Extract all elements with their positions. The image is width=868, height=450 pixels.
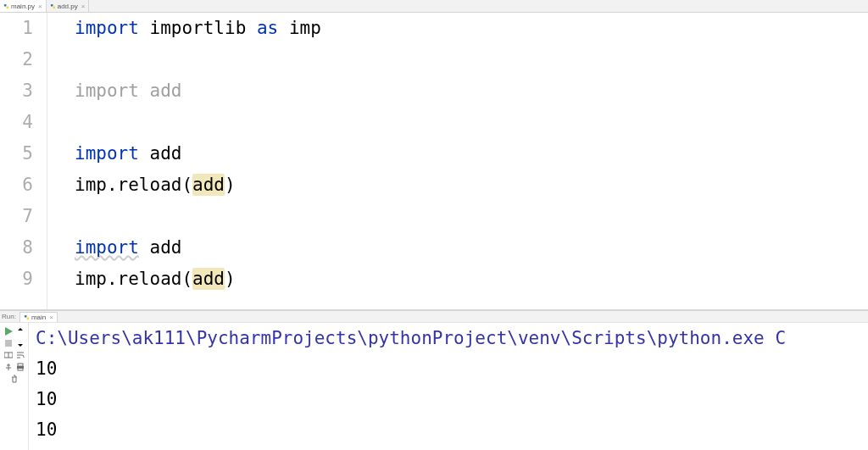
svg-rect-10 (18, 364, 23, 366)
code-token: imp.reload( (75, 269, 192, 289)
svg-marker-6 (5, 327, 13, 336)
line-number: 4 (0, 107, 33, 138)
code-line[interactable] (75, 201, 868, 232)
code-token: ) (225, 175, 236, 195)
line-number: 3 (0, 75, 33, 107)
run-tab-bar: Run: main × (0, 311, 868, 323)
console-text: 10 (36, 419, 57, 440)
code-editor[interactable]: 123456789 import importlib as impimport … (0, 13, 868, 309)
arrow-up-icon[interactable] (15, 326, 25, 336)
code-token (246, 18, 257, 38)
code-line[interactable] (75, 44, 868, 75)
line-number: 6 (0, 169, 33, 201)
code-token: ) (225, 269, 236, 289)
soft-wrap-icon[interactable] (15, 350, 25, 360)
code-token: import (75, 143, 139, 164)
run-label: Run: (2, 313, 16, 320)
stop-button[interactable] (3, 338, 14, 348)
code-line[interactable]: import importlib as imp (75, 13, 868, 44)
console-text: 10 (36, 389, 57, 409)
run-body: C:\Users\ak111\PycharmProjects\pythonPro… (0, 323, 868, 450)
code-line[interactable]: imp.reload(add) (75, 264, 868, 295)
console-text: 10 (36, 358, 57, 379)
line-number: 2 (0, 44, 33, 75)
code-token (139, 143, 150, 164)
code-area[interactable]: import importlib as impimport addimport … (47, 13, 868, 309)
code-token: add (192, 268, 225, 290)
code-token: imp.reload( (75, 175, 192, 195)
tab-add-py[interactable]: add.py × (47, 0, 90, 12)
close-icon[interactable]: × (81, 3, 86, 10)
run-tool-window: Run: main × C:\Users\ak111\PycharmProjec (0, 309, 868, 450)
code-token: add (192, 174, 225, 196)
line-number: 7 (0, 201, 33, 232)
editor-tab-bar: main.py × add.py × (0, 0, 868, 13)
code-token: as (257, 18, 278, 38)
code-token: imp (289, 18, 321, 38)
python-file-icon (3, 3, 9, 9)
svg-rect-12 (18, 368, 23, 370)
code-token: import (75, 81, 139, 101)
console-line: C:\Users\ak111\PycharmProjects\pythonPro… (36, 323, 868, 353)
tab-main-py[interactable]: main.py × (0, 0, 47, 12)
code-line[interactable]: import add (75, 232, 868, 264)
console-line: 10 (36, 353, 868, 384)
code-token (139, 237, 150, 258)
svg-rect-7 (5, 340, 12, 347)
line-number: 5 (0, 138, 33, 169)
rerun-button[interactable] (3, 326, 14, 336)
line-number-gutter: 123456789 (0, 13, 47, 309)
code-token (278, 18, 289, 38)
console-line: 10 (36, 414, 868, 445)
svg-rect-4 (25, 314, 27, 317)
code-token: importlib (150, 18, 247, 38)
svg-rect-5 (26, 317, 29, 319)
run-config-tab[interactable]: main × (19, 312, 58, 322)
console-text: C:\Users\ak111\PycharmProjects\pythonPro… (36, 328, 765, 348)
code-token: add (150, 237, 182, 258)
svg-rect-2 (51, 3, 53, 6)
close-icon[interactable]: × (38, 3, 42, 10)
code-token: import (75, 237, 139, 258)
print-icon[interactable] (15, 362, 25, 372)
layout-icon[interactable] (3, 350, 14, 360)
code-line[interactable]: imp.reload(add) (75, 169, 868, 201)
python-file-icon (50, 3, 56, 9)
pin-icon[interactable] (3, 362, 14, 372)
trash-icon[interactable] (9, 374, 19, 384)
code-token: add (150, 143, 182, 164)
code-token: import (75, 18, 139, 38)
close-icon[interactable]: × (49, 314, 53, 321)
console-output[interactable]: C:\Users\ak111\PycharmProjects\pythonPro… (29, 323, 868, 450)
code-token (139, 81, 150, 101)
code-line[interactable]: import add (75, 75, 868, 107)
svg-rect-3 (53, 6, 55, 8)
console-line: 10 (36, 384, 868, 414)
line-number: 8 (0, 232, 33, 264)
code-line[interactable] (75, 107, 868, 138)
svg-rect-1 (7, 6, 9, 8)
code-line[interactable]: import add (75, 138, 868, 169)
tab-label: main.py (11, 3, 35, 10)
run-toolbar (0, 323, 29, 450)
code-token (139, 18, 150, 38)
svg-rect-0 (4, 3, 7, 6)
console-text: C (765, 328, 786, 348)
run-config-name: main (31, 314, 46, 321)
arrow-down-icon[interactable] (15, 338, 25, 348)
code-token: add (150, 81, 182, 101)
line-number: 1 (0, 13, 33, 44)
line-number: 9 (0, 264, 33, 295)
python-file-icon (24, 314, 30, 320)
tab-label: add.py (58, 3, 78, 10)
